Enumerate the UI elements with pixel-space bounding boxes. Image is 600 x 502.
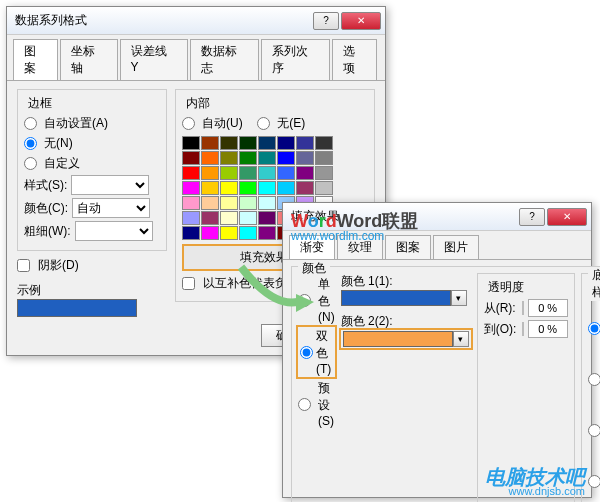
swatch[interactable] xyxy=(182,181,200,195)
weight-label: 粗细(W): xyxy=(24,223,71,240)
swatch[interactable] xyxy=(220,196,238,210)
swatch[interactable] xyxy=(258,166,276,180)
swatch[interactable] xyxy=(220,166,238,180)
swatch[interactable] xyxy=(258,136,276,150)
swatch[interactable] xyxy=(258,196,276,210)
swatch[interactable] xyxy=(315,151,333,165)
swatch[interactable] xyxy=(296,166,314,180)
swatch[interactable] xyxy=(258,211,276,225)
color-label: 颜色(C): xyxy=(24,200,68,217)
from-spin[interactable] xyxy=(528,299,568,317)
swatch[interactable] xyxy=(201,226,219,240)
tab-pattern[interactable]: 图案 xyxy=(13,39,58,80)
tab-picture[interactable]: 图片 xyxy=(433,235,479,259)
tab-order[interactable]: 系列次序 xyxy=(261,39,330,80)
swatch[interactable] xyxy=(182,151,200,165)
style-label: 样式(S): xyxy=(24,177,67,194)
swatch[interactable] xyxy=(315,166,333,180)
swatch[interactable] xyxy=(201,211,219,225)
help-button[interactable]: ? xyxy=(519,208,545,226)
tab-options[interactable]: 选项 xyxy=(332,39,377,80)
help-button[interactable]: ? xyxy=(313,12,339,30)
swatch[interactable] xyxy=(277,166,295,180)
style-radio[interactable] xyxy=(588,322,600,335)
close-button[interactable]: ✕ xyxy=(341,12,381,30)
preset-label: 预设(S) xyxy=(318,380,335,428)
dialog-title: 数据系列格式 xyxy=(11,12,313,29)
swatch[interactable] xyxy=(220,136,238,150)
to-slider[interactable] xyxy=(522,322,524,336)
swatch[interactable] xyxy=(220,151,238,165)
style-radio[interactable] xyxy=(588,424,600,437)
from-slider[interactable] xyxy=(522,301,524,315)
two-color-radio[interactable] xyxy=(300,346,313,359)
border-group: 边框 自动设置(A) 无(N) 自定义 样式(S): 颜色(C):自动 粗细(W… xyxy=(17,89,167,251)
interior-legend: 内部 xyxy=(182,95,214,112)
border-custom-radio[interactable] xyxy=(24,157,37,170)
interior-auto-radio[interactable] xyxy=(182,117,195,130)
swatch[interactable] xyxy=(315,181,333,195)
shadow-label: 阴影(D) xyxy=(38,257,79,274)
interior-none-radio[interactable] xyxy=(257,117,270,130)
border-auto-label: 自动设置(A) xyxy=(44,115,108,132)
color-select[interactable]: 自动 xyxy=(72,198,150,218)
swatch[interactable] xyxy=(315,136,333,150)
swatch[interactable] xyxy=(182,211,200,225)
swatch[interactable] xyxy=(239,196,257,210)
fill-effects-dialog: 填充效果 ? ✕ 渐变 纹理 图案 图片 颜色 单色(N) 双色(T) 预设(S… xyxy=(282,202,592,498)
sample-label: 示例 xyxy=(17,283,41,297)
swatch[interactable] xyxy=(182,196,200,210)
swatch[interactable] xyxy=(201,166,219,180)
swatch[interactable] xyxy=(258,226,276,240)
swatch[interactable] xyxy=(239,211,257,225)
swatch[interactable] xyxy=(277,151,295,165)
swatch[interactable] xyxy=(239,136,257,150)
color1-box xyxy=(341,290,451,306)
swatch[interactable] xyxy=(239,181,257,195)
swatch[interactable] xyxy=(239,226,257,240)
shadow-checkbox[interactable] xyxy=(17,259,30,272)
swatch[interactable] xyxy=(239,166,257,180)
color2-label: 颜色 2(2): xyxy=(341,313,471,330)
style-radio[interactable] xyxy=(588,373,600,386)
border-none-radio[interactable] xyxy=(24,137,37,150)
tab-axis[interactable]: 坐标轴 xyxy=(60,39,117,80)
swatch[interactable] xyxy=(220,226,238,240)
style-select[interactable] xyxy=(71,175,149,195)
swatch[interactable] xyxy=(220,211,238,225)
swatch[interactable] xyxy=(296,151,314,165)
tab-labels[interactable]: 数据标志 xyxy=(190,39,259,80)
from-label: 从(R): xyxy=(484,300,518,317)
swatch[interactable] xyxy=(201,196,219,210)
style-radio[interactable] xyxy=(588,475,600,488)
swatch[interactable] xyxy=(201,151,219,165)
swatch[interactable] xyxy=(182,226,200,240)
border-legend: 边框 xyxy=(24,95,56,112)
swatch[interactable] xyxy=(220,181,238,195)
invert-checkbox[interactable] xyxy=(182,277,195,290)
border-auto-radio[interactable] xyxy=(24,117,37,130)
to-spin[interactable] xyxy=(528,320,568,338)
swatch[interactable] xyxy=(201,136,219,150)
swatch[interactable] xyxy=(182,166,200,180)
color1-label: 颜色 1(1): xyxy=(341,274,393,288)
swatch[interactable] xyxy=(277,136,295,150)
swatch[interactable] xyxy=(277,181,295,195)
swatch[interactable] xyxy=(296,181,314,195)
swatch[interactable] xyxy=(258,151,276,165)
swatch[interactable] xyxy=(258,181,276,195)
interior-none-label: 无(E) xyxy=(277,115,305,132)
tab-error[interactable]: 误差线 Y xyxy=(120,39,188,80)
swatch[interactable] xyxy=(239,151,257,165)
color2-dropdown[interactable]: ▾ xyxy=(453,331,469,347)
close-button[interactable]: ✕ xyxy=(547,208,587,226)
swatch[interactable] xyxy=(182,136,200,150)
arrow-annotation xyxy=(236,262,316,326)
color1-dropdown[interactable]: ▾ xyxy=(451,290,467,306)
swatch[interactable] xyxy=(201,181,219,195)
style-legend: 底纹样式 xyxy=(588,267,600,301)
swatch[interactable] xyxy=(296,136,314,150)
tab-pattern[interactable]: 图案 xyxy=(385,235,431,259)
preset-radio[interactable] xyxy=(298,398,311,411)
weight-select[interactable] xyxy=(75,221,153,241)
